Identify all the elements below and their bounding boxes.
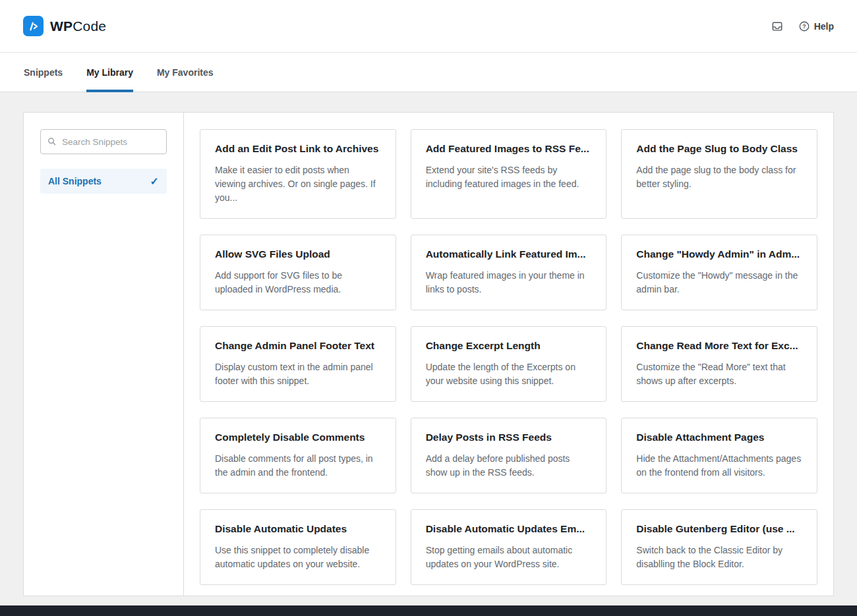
snippet-description: Add the page slug to the body class for … [636, 163, 802, 191]
header-actions: ? Help [771, 20, 834, 33]
snippet-description: Make it easier to edit posts when viewin… [215, 163, 381, 205]
snippet-title: Change "Howdy Admin" in Adm... [636, 248, 802, 260]
snippet-title: Allow SVG Files Upload [215, 248, 381, 260]
snippet-title: Add an Edit Post Link to Archives [215, 143, 381, 155]
snippet-description: Display custom text in the admin panel f… [215, 360, 381, 388]
snippet-title: Add the Page Slug to Body Class [636, 143, 802, 155]
snippet-card[interactable]: Change "Howdy Admin" in Adm... Customize… [621, 235, 817, 310]
sidebar-item-all-snippets[interactable]: All Snippets✓ [40, 169, 167, 194]
svg-text:?: ? [802, 23, 806, 30]
tab-my-favorites[interactable]: My Favorites [157, 53, 214, 92]
snippet-description: Stop getting emails about automatic upda… [426, 544, 592, 571]
snippet-description: Update the length of the Excerpts on you… [426, 360, 592, 388]
help-button[interactable]: ? Help [798, 20, 834, 32]
tab-bar: SnippetsMy LibraryMy Favorites [0, 53, 857, 92]
search-wrap [40, 129, 167, 154]
snippet-title: Change Read More Text for Exc... [636, 340, 802, 352]
brand-wp: WP [50, 18, 73, 34]
snippet-title: Add Featured Images to RSS Fe... [426, 143, 592, 155]
sidebar: All Snippets✓ [24, 113, 184, 596]
snippet-card[interactable]: Disable Attachment Pages Hide the Attach… [621, 418, 817, 493]
snippet-title: Disable Automatic Updates Em... [426, 523, 592, 535]
app-header: WPCode ? Help [0, 0, 857, 53]
search-icon [47, 136, 57, 146]
bottom-bar [0, 605, 857, 616]
snippet-card[interactable]: Change Read More Text for Exc... Customi… [621, 326, 817, 402]
snippet-title: Delay Posts in RSS Feeds [426, 432, 592, 443]
snippet-description: Disable comments for all post types, in … [215, 452, 381, 480]
snippet-card[interactable]: Change Excerpt Length Update the length … [411, 326, 607, 402]
snippet-card[interactable]: Allow SVG Files Upload Add support for S… [200, 235, 396, 310]
snippet-description: Customize the "Howdy" message in the adm… [636, 269, 802, 296]
snippet-title: Change Excerpt Length [426, 340, 592, 352]
snippet-description: Customize the "Read More" text that show… [636, 360, 802, 388]
snippet-description: Hide the Attachment/Attachments pages on… [636, 452, 802, 480]
snippet-card[interactable]: Add the Page Slug to Body Class Add the … [621, 129, 817, 219]
code-slash-icon [27, 20, 40, 33]
wpcode-logo: WPCode [23, 16, 106, 36]
checkmark-icon: ✓ [150, 175, 159, 188]
snippet-title: Disable Gutenberg Editor (use ... [636, 523, 802, 535]
snippet-title: Automatically Link Featured Im... [426, 248, 592, 260]
sidebar-item-label: All Snippets [48, 176, 102, 186]
inbox-icon[interactable] [771, 20, 784, 33]
snippet-title: Disable Automatic Updates [215, 523, 381, 535]
snippet-description: Add support for SVG files to be uploaded… [215, 269, 381, 296]
tab-snippets[interactable]: Snippets [24, 53, 63, 92]
snippet-title: Completely Disable Comments [215, 432, 381, 443]
snippet-card[interactable]: Disable Automatic Updates Use this snipp… [200, 509, 396, 585]
snippet-card[interactable]: Completely Disable Comments Disable comm… [200, 418, 396, 493]
snippet-card[interactable]: Add an Edit Post Link to Archives Make i… [200, 129, 396, 219]
snippet-card[interactable]: Automatically Link Featured Im... Wrap f… [411, 235, 607, 310]
wpcode-logo-icon [23, 16, 44, 36]
snippet-card[interactable]: Disable Automatic Updates Em... Stop get… [411, 509, 607, 585]
brand-text: WPCode [50, 18, 106, 34]
snippet-card[interactable]: Add Featured Images to RSS Fe... Extend … [411, 129, 607, 219]
snippet-grid: Add an Edit Post Link to Archives Make i… [184, 113, 833, 596]
tab-my-library[interactable]: My Library [86, 53, 133, 92]
search-input[interactable] [40, 129, 167, 154]
question-mark-icon: ? [798, 20, 810, 32]
snippet-title: Disable Attachment Pages [636, 432, 802, 443]
snippet-title: Change Admin Panel Footer Text [215, 340, 381, 352]
snippet-description: Extend your site's RSS feeds by includin… [426, 163, 592, 191]
main-content: All Snippets✓ Add an Edit Post Link to A… [0, 92, 857, 605]
sidebar-list: All Snippets✓ [40, 169, 167, 194]
brand-code: Code [73, 18, 106, 34]
library-panel: All Snippets✓ Add an Edit Post Link to A… [23, 112, 834, 596]
snippet-description: Wrap featured images in your theme in li… [426, 269, 592, 296]
snippet-card[interactable]: Disable Gutenberg Editor (use ... Switch… [621, 509, 817, 585]
snippet-card[interactable]: Change Admin Panel Footer Text Display c… [200, 326, 396, 402]
snippet-description: Add a delay before published posts show … [426, 452, 592, 480]
help-label: Help [814, 21, 834, 32]
snippet-description: Switch back to the Classic Editor by dis… [636, 544, 802, 571]
snippet-card[interactable]: Delay Posts in RSS Feeds Add a delay bef… [411, 418, 607, 493]
snippet-description: Use this snippet to completely disable a… [215, 544, 381, 571]
